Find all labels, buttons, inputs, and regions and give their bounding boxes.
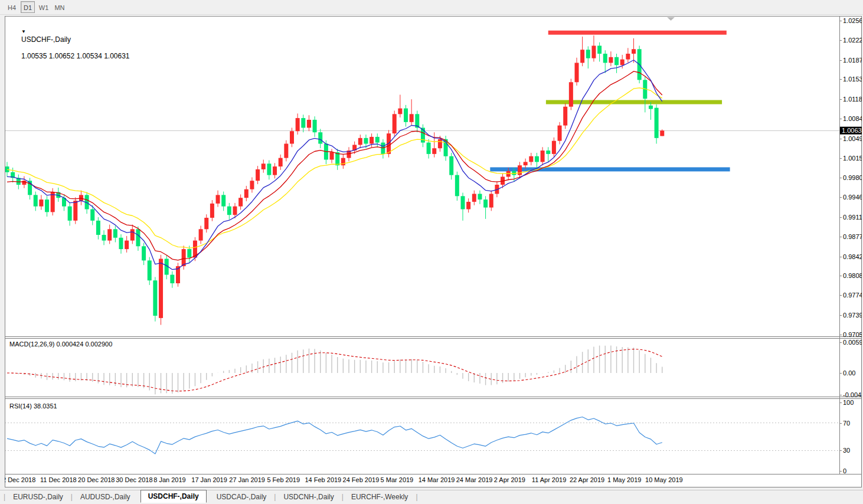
candle-body [182, 249, 186, 266]
application-window: H4D1W1MN 1.025601.022201.018701.015301.0… [0, 0, 863, 504]
candle-body [620, 60, 625, 66]
candle-body [102, 235, 106, 241]
candle-body [142, 246, 146, 260]
candle-body [632, 49, 636, 54]
candle-body [466, 202, 470, 210]
candle-body [119, 238, 123, 249]
tab-usdchf-daily[interactable]: USDCHF-,Daily [140, 490, 207, 503]
candle-body [586, 50, 590, 58]
candle-body [301, 118, 305, 127]
chart-background [5, 16, 862, 487]
chart-symbol-period: USDCHF-,Daily [21, 35, 71, 44]
candle-body [125, 241, 129, 249]
candle-body [529, 156, 533, 162]
candle-body [330, 152, 334, 160]
candle-body [216, 195, 220, 203]
candle-body [227, 207, 231, 215]
candle-body [261, 163, 266, 169]
symbol-dropdown-icon[interactable]: ▼ [21, 29, 26, 34]
candle-body [478, 194, 482, 199]
candle-body [358, 138, 362, 145]
candle-body [524, 162, 528, 165]
candle-body [649, 106, 653, 109]
candle-body [483, 199, 488, 208]
chart-ohlc-values: 1.00535 1.00652 1.00534 1.00631 [21, 52, 130, 60]
timeframe-button-mn[interactable]: MN [53, 1, 67, 13]
candle-body [39, 199, 43, 207]
candle-body [603, 54, 607, 63]
candle-body [410, 114, 414, 122]
candle-body [626, 54, 630, 60]
candle-body [90, 210, 94, 221]
rsi-indicator-label: RSI(14) 38.0351 [9, 402, 57, 410]
candle-body [563, 107, 567, 126]
candle-body [170, 275, 174, 283]
candle-body [398, 109, 402, 114]
candle-body [609, 57, 613, 63]
chart-window: 1.025601.022201.018701.015301.011801.008… [5, 15, 862, 487]
candle-body [404, 109, 408, 122]
candle-body [296, 118, 300, 131]
candle-body [341, 158, 345, 166]
chart-title: ▼ USDCHF-,Daily 1.00535 1.00652 1.00534 … [9, 19, 130, 68]
candle-body [472, 194, 476, 202]
candle-body [159, 258, 163, 318]
tab-divider: | [416, 493, 417, 501]
price-axis[interactable] [839, 15, 862, 474]
candle-body [267, 163, 271, 175]
candle-body [284, 144, 288, 158]
candle-body [199, 229, 203, 240]
candle-body [438, 139, 442, 148]
candle-body [318, 132, 322, 143]
tab-eurchf-weekly[interactable]: EURCHF-,Weekly [344, 491, 416, 503]
candle-body [250, 181, 254, 189]
tab-usdcad-daily[interactable]: USDCAD-,Daily [209, 491, 274, 503]
candle-body [580, 50, 584, 63]
candle-body [552, 141, 556, 154]
candle-body [393, 114, 397, 133]
candle-body [427, 143, 431, 154]
candle-body [153, 280, 157, 316]
level-bar-0 [548, 31, 727, 35]
candle-body [34, 195, 38, 206]
tab-audusd-daily[interactable]: AUDUSD-,Daily [73, 491, 138, 503]
candle-body [187, 249, 191, 257]
candle-body [506, 171, 511, 177]
candle-body [73, 201, 77, 221]
candle-body [290, 131, 294, 143]
candle-body [655, 108, 659, 138]
candle-body [614, 57, 619, 66]
candle-body [307, 120, 311, 128]
candle-body [370, 137, 374, 144]
candle-body [273, 166, 277, 175]
candle-body [455, 175, 459, 197]
candle-body [68, 207, 72, 221]
timeframe-button-h4[interactable]: H4 [5, 1, 19, 13]
candle-body [461, 196, 465, 209]
tab-eurusd-daily[interactable]: EURUSD-,Daily [5, 491, 71, 503]
candle-body [79, 195, 83, 201]
candle-body [96, 221, 100, 235]
candle-body [279, 158, 283, 166]
chart-canvas[interactable]: 1.025601.022201.018701.015301.011801.008… [5, 15, 862, 487]
candle-body [489, 194, 493, 207]
timeframe-button-w1[interactable]: W1 [37, 1, 51, 13]
candle-body [256, 169, 260, 181]
date-axis[interactable] [5, 474, 839, 487]
candle-body [233, 207, 237, 215]
candle-body [113, 229, 117, 237]
candle-body [210, 204, 214, 218]
candle-body [518, 165, 522, 175]
candle-body [130, 229, 135, 240]
timeframe-button-d1[interactable]: D1 [21, 1, 35, 13]
candle-body [45, 199, 49, 212]
candle-body [5, 166, 9, 172]
candle-body [432, 148, 436, 154]
macd-indicator-label: MACD(12,26,9) 0.000424 0.002900 [9, 341, 112, 348]
candle-body [238, 198, 243, 206]
tab-usdcnh-daily[interactable]: USDCNH-,Daily [276, 491, 341, 503]
candle-body [204, 218, 208, 229]
candle-body [541, 150, 545, 162]
candle-body [221, 195, 225, 206]
candle-body [575, 63, 579, 82]
